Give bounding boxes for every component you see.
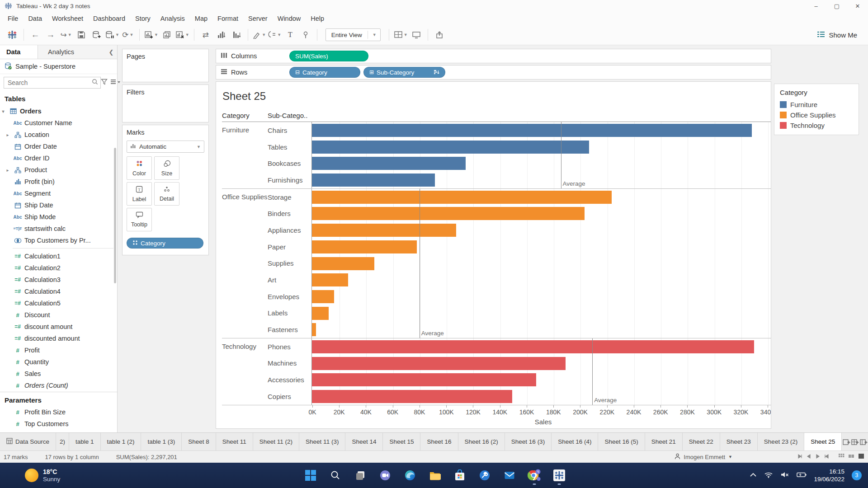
bar-storage[interactable]: [312, 191, 612, 204]
show-filmstrip-icon[interactable]: [848, 453, 854, 460]
minimize-button[interactable]: –: [806, 0, 826, 12]
category-row-label[interactable]: [222, 272, 268, 288]
subcategory-row-label[interactable]: Storage: [268, 189, 311, 206]
field-discounted-amount[interactable]: =#discounted amount: [0, 333, 117, 344]
tray-chevron-up-icon[interactable]: [750, 471, 757, 479]
field-calculation5[interactable]: =#Calculation5: [0, 297, 117, 309]
bar-envelopes[interactable]: [312, 290, 334, 303]
subcategory-row-label[interactable]: Copiers: [268, 388, 311, 405]
subcategory-row-label[interactable]: Chairs: [268, 122, 311, 139]
close-button[interactable]: ✕: [847, 0, 868, 12]
bar-appliances[interactable]: [312, 224, 456, 237]
field-discount-amount[interactable]: =#discount amount: [0, 321, 117, 333]
sheet-tab-sheet-23[interactable]: Sheet 23: [720, 433, 758, 450]
columns-shelf[interactable]: Columns SUM(Sales): [216, 49, 771, 63]
add-data-button[interactable]: [90, 28, 104, 42]
menu-map[interactable]: Map: [190, 12, 212, 25]
field-quantity[interactable]: #Quantity: [0, 356, 117, 368]
parameter-top-customers[interactable]: #Top Customers: [0, 418, 117, 430]
datasource-row[interactable]: Sample - Superstore: [0, 59, 117, 74]
bar-copiers[interactable]: [312, 390, 512, 403]
show-tabs-icon[interactable]: [858, 453, 864, 460]
menu-analysis[interactable]: Analysis: [156, 12, 190, 25]
undo-arrow-button[interactable]: ←: [28, 28, 42, 42]
subcategory-row-label[interactable]: Appliances: [268, 222, 311, 239]
filter-fields-icon[interactable]: [101, 79, 108, 87]
new-worksheet-button[interactable]: ▼: [144, 28, 158, 42]
replay-button[interactable]: ↪▼: [59, 28, 73, 42]
pager-first-icon[interactable]: [797, 454, 802, 460]
taskbar-mail-icon[interactable]: [501, 466, 518, 484]
taskbar-search-icon[interactable]: [327, 466, 344, 484]
bar-fasteners[interactable]: [312, 323, 316, 336]
search-input[interactable]: [4, 77, 101, 89]
category-row-label[interactable]: [222, 205, 268, 222]
field-product[interactable]: ▸Product: [0, 164, 117, 176]
category-row-label[interactable]: Technology: [222, 338, 268, 355]
marks-tooltip-button[interactable]: Tooltip: [127, 208, 152, 231]
taskbar-chat-icon[interactable]: [377, 466, 394, 484]
field-location[interactable]: ▸Location: [0, 129, 117, 141]
field-calculation4[interactable]: =#Calculation4: [0, 286, 117, 297]
bar-phones[interactable]: [312, 340, 754, 353]
menu-server[interactable]: Server: [243, 12, 273, 25]
sheet-tab-sheet-16-4-[interactable]: Sheet 16 (4): [552, 433, 598, 450]
sheet-tab-sheet-16-3-[interactable]: Sheet 16 (3): [505, 433, 552, 450]
sheet-tab-data-source[interactable]: Data Source: [0, 433, 56, 450]
bar-labels[interactable]: [312, 307, 329, 320]
menu-help[interactable]: Help: [306, 12, 329, 25]
sheet-tab-sheet-11[interactable]: Sheet 11: [216, 433, 253, 450]
presentation-mode-button[interactable]: [410, 28, 423, 42]
field-calculation3[interactable]: =#Calculation3: [0, 274, 117, 286]
fit-selector[interactable]: Entire View▼: [326, 28, 381, 41]
swap-axes-button[interactable]: ⇄: [199, 28, 212, 42]
sheet-tab-table-1[interactable]: table 1: [69, 433, 101, 450]
field-customer-name[interactable]: AbcCustomer Name: [0, 117, 117, 129]
pause-updates-button[interactable]: ▼: [105, 28, 119, 42]
subcategory-row-label[interactable]: Bookcases: [268, 155, 311, 172]
mark-type-dropdown[interactable]: Automatic ▼: [127, 141, 204, 153]
view-options-icon[interactable]: [110, 79, 121, 87]
parameter-profit-bin-size[interactable]: #Profit Bin Size: [0, 406, 117, 418]
average-reference-line[interactable]: [561, 122, 561, 188]
field-ship-mode[interactable]: AbcShip Mode: [0, 211, 117, 223]
pin-button[interactable]: [299, 28, 312, 42]
new-story-button[interactable]: [859, 433, 868, 450]
taskbar-settings-icon[interactable]: [476, 466, 493, 484]
sheet-tab-sheet-23-2-[interactable]: Sheet 23 (2): [758, 433, 804, 450]
marks-detail-button[interactable]: Detail: [154, 182, 179, 206]
category-row-label[interactable]: [222, 239, 268, 255]
sort-ascending-button[interactable]: [214, 28, 228, 42]
tray-wifi-icon[interactable]: [764, 471, 773, 480]
sheet-tab-sheet-25[interactable]: Sheet 25: [804, 433, 842, 450]
subcategory-row-label[interactable]: Labels: [268, 305, 311, 322]
taskbar-task-view-icon[interactable]: [352, 466, 369, 484]
subcategory-row-label[interactable]: Fasteners: [268, 321, 311, 338]
pill-sum-sales[interactable]: SUM(Sales): [289, 51, 368, 61]
tab-analytics[interactable]: Analytics: [38, 45, 105, 59]
category-row-label[interactable]: [222, 155, 268, 172]
collapse-pane-icon[interactable]: ❮: [105, 45, 117, 59]
menu-dashboard[interactable]: Dashboard: [88, 12, 130, 25]
category-row-label[interactable]: Office Supplies: [222, 189, 268, 206]
marks-size-button[interactable]: Size: [154, 156, 179, 180]
notification-badge[interactable]: 3: [852, 470, 862, 480]
new-dashboard-button[interactable]: [850, 433, 859, 450]
sheet-tab-sheet-11-2-[interactable]: Sheet 11 (2): [253, 433, 299, 450]
taskbar-edge-icon[interactable]: [401, 466, 419, 484]
category-row-label[interactable]: [222, 222, 268, 239]
menu-data[interactable]: Data: [23, 12, 47, 25]
pager-next-icon[interactable]: [816, 454, 820, 460]
marks-color-button[interactable]: Color: [127, 156, 152, 180]
new-worksheet-button[interactable]: [842, 433, 850, 450]
sheet-tab-sheet-11-3-[interactable]: Sheet 11 (3): [299, 433, 345, 450]
sheet-tab-sheet-16[interactable]: Sheet 16: [420, 433, 458, 450]
category-row-label[interactable]: [222, 172, 268, 188]
sort-descending-button[interactable]: [230, 28, 243, 42]
subcategory-row-label[interactable]: Paper: [268, 239, 311, 255]
redo-arrow-button[interactable]: →: [44, 28, 57, 42]
taskbar-start-icon[interactable]: [302, 466, 319, 484]
field-startswith-calc[interactable]: =T|Fstartswith calc: [0, 223, 117, 235]
bar-paper[interactable]: [312, 240, 417, 253]
tray-volume-muted-icon[interactable]: [780, 471, 789, 480]
